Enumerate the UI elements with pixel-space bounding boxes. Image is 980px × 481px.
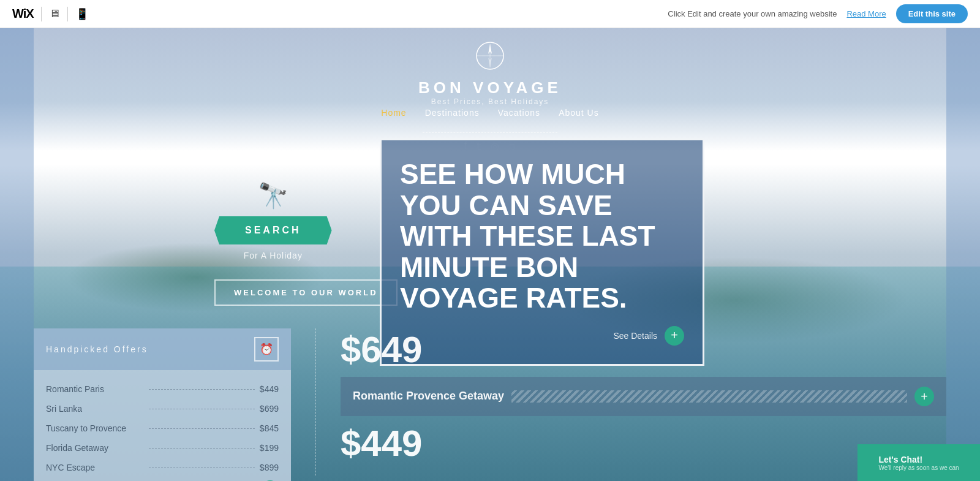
welcome-button-area[interactable]: WELCOME TO OUR WORLD xyxy=(214,279,398,306)
wix-bar-right: Click Edit and create your own amazing w… xyxy=(668,4,968,23)
right-panel xyxy=(946,28,980,481)
offer-dots-3 xyxy=(149,428,255,429)
wix-read-more-link[interactable]: Read More xyxy=(846,9,886,18)
clock-icon-box: ⏰ xyxy=(254,337,279,362)
offers-list: Romantic Paris $449 Sri Lanka $699 Tusca… xyxy=(34,370,291,481)
wix-bar-left: WiX 🖥 📱 xyxy=(12,7,89,21)
offer-price-florida: $199 xyxy=(260,443,279,453)
offer-row-tuscany: Tuscany to Provence $845 xyxy=(46,419,279,438)
nav-destinations[interactable]: Destinations xyxy=(425,108,480,118)
offer-name-tuscany: Tuscany to Provence xyxy=(46,423,144,433)
clock-icon: ⏰ xyxy=(260,343,273,356)
offer-price-tuscany: $845 xyxy=(260,423,279,433)
offers-header: Handpicked Offers ⏰ xyxy=(34,328,291,370)
offer-price-sri-lanka: $699 xyxy=(260,404,279,414)
offer-name-sri-lanka: Sri Lanka xyxy=(46,404,144,414)
wix-divider-2 xyxy=(67,7,68,21)
offer-row-nyc: NYC Escape $899 xyxy=(46,458,279,477)
left-panel xyxy=(0,28,34,481)
site-content: BON VOYAGE Best Prices, Best Holidays Ho… xyxy=(0,28,980,481)
wix-divider xyxy=(41,7,42,21)
offer-row-paris: Romantic Paris $449 xyxy=(46,379,279,399)
provence-card-stripe xyxy=(511,390,907,403)
provence-card[interactable]: Romantic Provence Getaway + xyxy=(341,377,946,416)
provence-card-plus-icon[interactable]: + xyxy=(914,387,934,406)
offer-row-florida: Florida Getaway $199 xyxy=(46,438,279,458)
compass-icon xyxy=(475,40,505,71)
offer-name-nyc: NYC Escape xyxy=(46,463,144,472)
nav-home[interactable]: Home xyxy=(381,108,406,118)
mobile-icon[interactable]: 📱 xyxy=(75,7,89,21)
price-649: $649 xyxy=(341,328,946,371)
offer-name-paris: Romantic Paris xyxy=(46,384,144,394)
dashed-line-top xyxy=(423,132,557,133)
logo-area: BON VOYAGE Best Prices, Best Holidays xyxy=(418,40,562,106)
price-area: $649 Romantic Provence Getaway + $449 xyxy=(341,328,946,481)
offer-price-paris: $449 xyxy=(260,384,279,394)
wix-edit-prompt: Click Edit and create your own amazing w… xyxy=(668,9,837,18)
provence-card-title: Romantic Provence Getaway xyxy=(353,389,504,403)
offer-dots xyxy=(149,389,255,390)
promo-text: SEE HOW MUCH YOU CAN SAVE WITH THESE LAS… xyxy=(400,159,684,314)
search-section: 🔭 SEARCH For A Holiday xyxy=(214,181,332,260)
chat-widget[interactable]: Let's Chat! We'll reply as soon as we ca… xyxy=(858,444,980,481)
offer-row-sri-lanka: Sri Lanka $699 xyxy=(46,399,279,419)
bottom-section: Handpicked Offers ⏰ Romantic Paris $449 … xyxy=(34,328,946,481)
nav-about-us[interactable]: About Us xyxy=(559,108,599,118)
chat-sub: We'll reply as soon as we can xyxy=(878,464,959,471)
offer-dots-4 xyxy=(149,448,255,449)
offers-title: Handpicked Offers xyxy=(46,344,148,354)
search-label: For A Holiday xyxy=(244,251,303,260)
offer-dots-5 xyxy=(149,468,255,468)
edit-site-button[interactable]: Edit this site xyxy=(896,4,968,23)
offer-dots-2 xyxy=(149,409,255,409)
price-449: $449 xyxy=(341,422,946,464)
desktop-icon[interactable]: 🖥 xyxy=(49,7,60,20)
welcome-box[interactable]: WELCOME TO OUR WORLD xyxy=(214,279,398,306)
offer-name-florida: Florida Getaway xyxy=(46,443,144,453)
binoculars-icon: 🔭 xyxy=(258,181,288,210)
chat-label: Let's Chat! xyxy=(878,455,959,464)
brand-name: BON VOYAGE xyxy=(418,78,562,97)
wix-top-bar: WiX 🖥 📱 Click Edit and create your own a… xyxy=(0,0,980,28)
wix-logo: WiX xyxy=(12,7,34,21)
offer-price-nyc: $899 xyxy=(260,463,279,472)
offers-panel: Handpicked Offers ⏰ Romantic Paris $449 … xyxy=(34,328,291,481)
brand-tagline: Best Prices, Best Holidays xyxy=(418,97,562,106)
nav-vacations[interactable]: Vacations xyxy=(498,108,540,118)
search-button[interactable]: SEARCH xyxy=(214,216,332,244)
nav: Home Destinations Vacations About Us xyxy=(381,108,598,118)
vertical-divider xyxy=(315,328,316,475)
